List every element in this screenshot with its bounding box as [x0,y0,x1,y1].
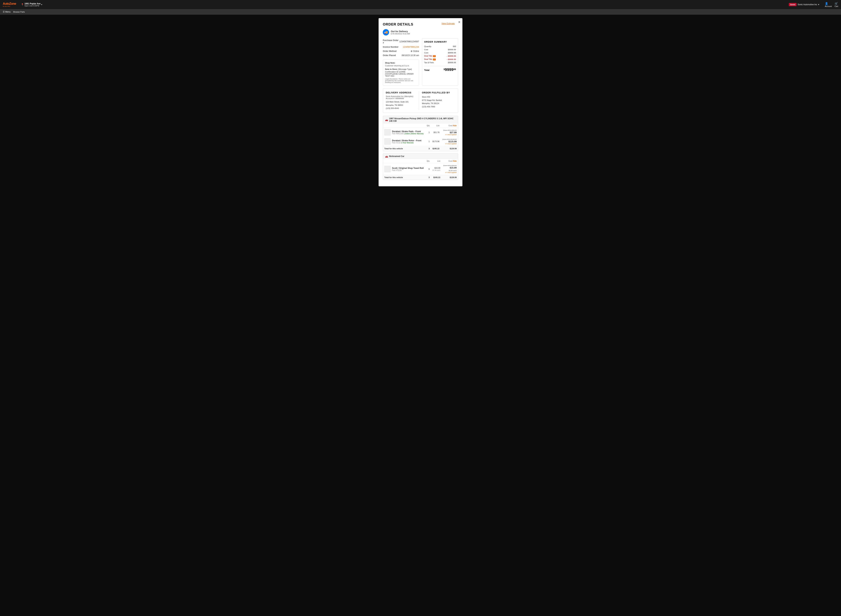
item-qty: 1 [426,137,431,146]
vehicle-icon: 🚗 [385,155,388,158]
item-qty: 6 [426,163,431,175]
col-hide-link[interactable]: Hide [453,125,456,126]
item-part: Part #MKD266 Limited Lifetime Warranty [392,133,424,135]
menu-button[interactable]: ☰ Menu [3,11,10,13]
item-name: Duralast / Brake Pads - Front [392,130,424,133]
status-label: Out for Delivery [391,30,410,33]
main-area: × ORDER DETAILS View Estimate 🚚 Out for … [0,15,841,616]
status-eta: ETA 09/20/22 9:32 AM [391,33,410,35]
vehicle-total-row: Total for this vehicle 3 $245.22 $129.99 [383,175,458,180]
delivery-address-text: 123 Main Street, Suite 101 Memphis, TN 3… [386,100,416,110]
item-name: Duralast / Brake Rotor - Front [392,139,421,142]
fulfilled-street: 6770 Stage Rd, Bartlett [422,99,455,102]
order-placed-row: Order Placed 08/10/23 10:30 am [383,53,419,57]
summary-row-value: - $9999.99 [447,58,456,60]
view-estimate-link[interactable]: View Estimate [442,22,455,25]
save-was: (Save 25%) $118.00 [442,138,456,140]
total-list: $245.22 [431,146,441,151]
item-cell: Duralast / Brake Rotor - Front Part #313… [383,137,426,146]
item-warranty: Limited Lifetime Warranty [404,133,424,135]
vehicle-header: 🚗Nicknamed Car [383,154,458,159]
account-button[interactable]: 👤 Account [825,2,832,7]
total-amount: $999999 [443,67,456,72]
account-cart-area: 👤 Account 🛒 Cart [825,2,838,7]
item-info: Duralast / Brake Pads - Front Part #MKD2… [392,130,424,135]
total-label: Total [424,69,429,72]
item-list: $51.78 [431,128,441,137]
table-row: Duralast / Brake Rotor - Front Part #313… [383,137,458,146]
shop-note-box: Shop Note: Customer returning at 3 p.m. … [383,60,419,85]
item-info: Scott / Original Shop Towel Roll Part #7… [392,167,424,171]
location-info[interactable]: 📍 1081 Poplar Ave Open Until 9:00PM ▾ [21,3,42,7]
order-info-column: Purchase Order # 12345678901234567 Invoi… [383,38,419,85]
item-part: Part #75130 [392,169,424,171]
item-cost-cell: (Save 25%) $30.99 $27.99 🏷Deal Applied! [441,128,458,137]
summary-row: Quantity999 [424,45,456,48]
shop-note-text: Customer returning at 3 p.m. [385,65,417,67]
note-to-store: Note to Store: [Message Type] Confirmati… [385,68,417,77]
delivery-icon: 🚚 [383,29,389,35]
deal-tag: 🏷 [433,59,436,60]
browse-parts-link[interactable]: Browse Parts [13,11,25,13]
summary-row-label: Tax & Fees [424,62,434,63]
logo-sub: for the PRO [3,6,16,7]
total-cost: $129.99 [441,146,458,151]
col-hide-link[interactable]: Hide [453,160,456,162]
fulfilled-city: Memphis, TN 38124 [422,102,455,105]
col-qty: Qty [426,124,431,128]
delivery-city: Memphis, TN 38053 [386,104,416,107]
item-image [385,129,390,135]
item-name: Scott / Original Shop Towel Roll [392,167,424,169]
cart-button[interactable]: 🛒 Cart [835,2,838,7]
invoice-value: 12345678901234 [399,45,419,49]
company-selector[interactable]: Sonic Sonic Automotive Inc ▾ [789,3,819,6]
shop-note-title: Shop Note: [385,62,417,64]
order-placed-label: Order Placed [383,53,399,57]
company-name: Sonic Automotive Inc [797,3,817,6]
order-placed-value: 08/10/23 10:30 am [399,53,419,57]
modal-close-button[interactable]: × [458,20,460,24]
order-method-label: Order Method [383,49,399,53]
summary-total: Total $999999 [424,66,456,72]
table-row: Scott / Original Shop Towel Roll Part #7… [383,163,458,175]
purchase-order-value: 12345678901234567 [399,38,419,45]
total-whole: 9999 [445,67,454,72]
cost-price: $115.99 [442,140,456,143]
order-details-modal: × ORDER DETAILS View Estimate 🚚 Out for … [379,18,462,186]
header: AutoZone for the PRO 📍 1081 Poplar Ave O… [0,0,841,9]
total-cost: $129.99 [442,175,458,180]
vehicle-icon: 🚗 [385,118,388,121]
summary-row-value: $9999.99 [448,48,456,51]
location-chevron: ▾ [41,3,42,6]
col-qty: Qty [426,159,431,163]
summary-title: ORDER SUMMARY [424,41,456,43]
item-image [385,138,390,145]
fulfilled-phone: (123) 456-7890 [422,105,455,109]
delivery-account: Account #: 99999999 [386,97,404,100]
purchase-order-row: Purchase Order # 12345678901234567 [383,38,419,45]
order-method-value: 🖥 Online [399,49,419,53]
col-cost: Cost Hide [442,159,458,163]
account-label: Account [825,5,832,7]
fulfilled-address-text: Store #54 6770 Stage Rd, Bartlett Memphi… [422,95,455,109]
fulfilled-title: ORDER FULFILLED BY [422,91,455,94]
item-image [385,166,390,172]
summary-rows: Quantity999Cost$9999.99Core$9999.99Deal … [424,45,456,64]
save-was: (Save 50%) $29.99 [443,165,456,166]
vehicle-name: 1997 Nissan/Datsun Pickup 2WD 4 CYLINDER… [389,117,456,122]
save-was: (Save 25%) $30.99 [442,129,456,131]
online-icon: 🖥 [410,50,412,52]
order-info-table: Purchase Order # 12345678901234567 Invoi… [383,38,419,57]
vehicle-header: 🚗1997 Nissan/Datsun Pickup 2WD 4 CYLINDE… [383,116,458,124]
summary-row-label: Deal Title🏷 [424,58,436,60]
vehicle-section: 🚗1997 Nissan/Datsun Pickup 2WD 4 CYLINDE… [383,116,458,151]
col-item [383,159,426,163]
item-cell: Duralast / Brake Pads - Front Part #MKD2… [383,128,426,137]
cart-label: Cart [835,5,838,7]
cost-price: $27.99 [442,131,456,134]
logo-text: AutoZone [3,2,16,6]
pin-icon: 📍 [21,3,24,6]
total-cents: 99 [454,68,456,70]
order-method-row: Order Method 🖥 Online [383,49,419,53]
total-label: Total for this vehicle [383,146,426,151]
